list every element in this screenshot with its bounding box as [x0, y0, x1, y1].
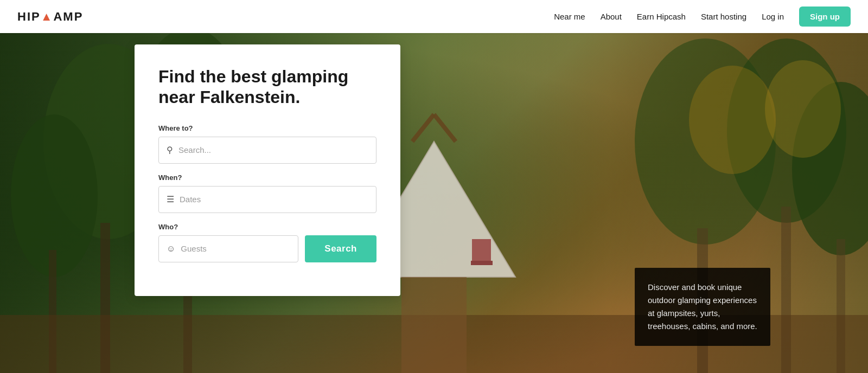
bottom-row: ☺ Search	[158, 235, 376, 262]
where-field-group: Where to? ⚲	[158, 124, 376, 164]
when-input-wrapper: ☰	[158, 186, 376, 213]
person-icon: ☺	[167, 244, 175, 254]
nav-links: Near me About Earn Hipcash Start hosting…	[554, 7, 851, 27]
dates-input[interactable]	[180, 195, 368, 204]
search-button[interactable]: Search	[305, 235, 376, 262]
logo: HIP▲AMP	[17, 10, 83, 24]
guests-input[interactable]	[181, 244, 290, 253]
nav-start-hosting[interactable]: Start hosting	[701, 12, 746, 21]
search-icon: ⚲	[167, 145, 173, 155]
hero-section: Find the best glamping near Falkenstein.…	[0, 0, 868, 373]
hero-heading: Find the best glamping near Falkenstein.	[158, 66, 376, 108]
nav-near-me[interactable]: Near me	[554, 12, 585, 21]
where-input-wrapper: ⚲	[158, 137, 376, 164]
nav-about[interactable]: About	[601, 12, 622, 21]
who-label: Who?	[158, 223, 376, 231]
info-text: Discover and book unique outdoor glampin…	[648, 281, 757, 333]
navbar: HIP▲AMP Near me About Earn Hipcash Start…	[0, 0, 868, 33]
calendar-icon: ☰	[167, 194, 174, 204]
signup-button[interactable]: Sign up	[799, 7, 851, 27]
when-label: When?	[158, 173, 376, 182]
who-field-group: Who? ☺ Search	[158, 223, 376, 262]
nav-log-in[interactable]: Log in	[762, 12, 784, 21]
nav-earn-hipcash[interactable]: Earn Hipcash	[637, 12, 686, 21]
logo-text: HIP▲AMP	[17, 10, 83, 24]
info-box: Discover and book unique outdoor glampin…	[635, 268, 770, 346]
where-input[interactable]	[178, 145, 368, 155]
when-field-group: When? ☰	[158, 173, 376, 213]
search-card: Find the best glamping near Falkenstein.…	[135, 44, 400, 296]
guests-input-wrapper: ☺	[158, 235, 298, 262]
where-label: Where to?	[158, 124, 376, 132]
logo-tent-icon: ▲	[41, 10, 54, 23]
